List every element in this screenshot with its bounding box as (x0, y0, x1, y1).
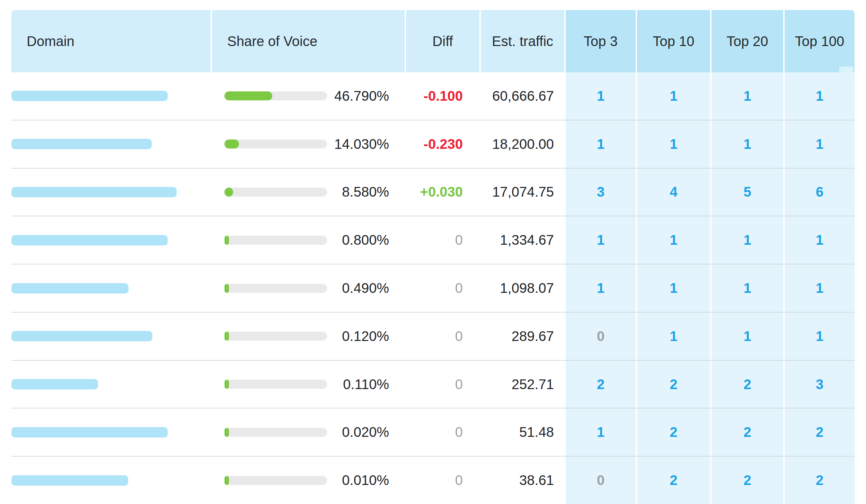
redacted-domain-placeholder[interactable] (11, 283, 129, 294)
redacted-domain-placeholder[interactable] (11, 379, 98, 389)
top3-value: 0 (597, 472, 604, 488)
top100-cell: 6 (785, 169, 855, 216)
column-header-top10[interactable]: Top 10 (637, 10, 710, 72)
top3-cell: 0 (566, 313, 636, 360)
top10-value[interactable]: 1 (670, 280, 677, 296)
top3-value[interactable]: 2 (597, 377, 604, 392)
top10-value[interactable]: 2 (670, 472, 677, 488)
top20-value[interactable]: 5 (743, 184, 751, 200)
top10-value[interactable]: 2 (670, 377, 677, 392)
diff-value: 0 (455, 472, 463, 488)
top20-value[interactable]: 1 (743, 232, 751, 248)
table-row: 8.580% +0.030 17,074.75 3 4 5 6 (11, 168, 855, 216)
top10-value[interactable]: 1 (670, 232, 677, 248)
top100-value[interactable]: 2 (816, 424, 823, 440)
est-traffic-value: 289.67 (512, 328, 554, 344)
diff-value: 0 (455, 328, 463, 344)
top20-cell: 1 (712, 120, 783, 168)
redacted-domain-placeholder[interactable] (11, 139, 152, 149)
top20-value[interactable]: 1 (743, 280, 751, 296)
page: Domain Share of Voice Diff Est. traffic … (0, 0, 866, 504)
top10-value[interactable]: 4 (670, 184, 677, 200)
redacted-domain-placeholder[interactable] (11, 475, 128, 486)
column-header-share-of-voice[interactable]: Share of Voice (212, 10, 405, 72)
share-of-voice-fill (224, 91, 272, 100)
top3-cell: 1 (566, 264, 636, 312)
top20-value[interactable]: 2 (743, 472, 751, 488)
top100-value[interactable]: 6 (816, 184, 823, 200)
top100-value[interactable]: 2 (816, 472, 823, 488)
column-header-diff[interactable]: Diff (406, 10, 479, 72)
top10-cell: 1 (637, 120, 710, 168)
diff-value: 0 (455, 232, 463, 248)
redacted-domain-placeholder[interactable] (11, 187, 177, 197)
est-traffic-cell: 18,200.00 (481, 120, 564, 168)
share-of-voice-cell: 0.020% (212, 408, 405, 456)
share-of-voice-fill (224, 428, 229, 437)
redacted-domain-placeholder[interactable] (11, 427, 168, 438)
redacted-domain-placeholder[interactable] (11, 235, 168, 245)
column-header-top100[interactable]: Top 100 (785, 10, 855, 72)
table-row: 0.110% 0 252.71 2 2 2 3 (11, 360, 855, 408)
top10-value[interactable]: 2 (670, 424, 677, 440)
est-traffic-value: 38.61 (519, 472, 554, 488)
top100-value[interactable]: 3 (816, 377, 823, 392)
top20-value[interactable]: 1 (743, 328, 751, 344)
column-header-top20[interactable]: Top 20 (712, 10, 783, 72)
top100-value[interactable]: 1 (816, 88, 823, 104)
est-traffic-value: 17,074.75 (492, 184, 554, 200)
top10-cell: 1 (637, 72, 710, 120)
top100-cell: 2 (785, 408, 855, 456)
column-header-top3[interactable]: Top 3 (566, 10, 636, 72)
top10-value[interactable]: 1 (670, 136, 677, 152)
top20-value[interactable]: 1 (743, 136, 751, 152)
top3-cell: 1 (566, 216, 636, 264)
top20-value[interactable]: 2 (743, 377, 751, 392)
share-of-voice-fill (224, 476, 229, 485)
table-row: 0.010% 0 38.61 0 2 2 2 (11, 456, 855, 504)
table-row: 14.030% -0.230 18,200.00 1 1 1 1 (11, 120, 855, 168)
top20-value[interactable]: 1 (743, 88, 751, 104)
share-of-voice-value: 46.790% (327, 88, 405, 104)
column-header-domain[interactable]: Domain (11, 10, 211, 72)
redacted-domain-placeholder[interactable] (11, 91, 168, 101)
top3-cell: 0 (566, 457, 636, 504)
share-of-voice-fill (224, 140, 239, 148)
top100-value[interactable]: 1 (816, 232, 823, 248)
top3-value[interactable]: 1 (597, 280, 604, 296)
column-header-est-traffic[interactable]: Est. traffic (481, 10, 564, 72)
top20-value[interactable]: 2 (743, 424, 751, 440)
rankings-table: Domain Share of Voice Diff Est. traffic … (11, 10, 855, 504)
top3-value[interactable]: 1 (597, 136, 604, 152)
top3-value[interactable]: 3 (597, 184, 604, 200)
top3-value[interactable]: 1 (597, 88, 604, 104)
top10-cell: 2 (637, 408, 710, 456)
table-row: 0.120% 0 289.67 0 1 1 1 (11, 312, 855, 360)
diff-value: -0.100 (424, 88, 463, 104)
share-of-voice-fill (224, 284, 229, 293)
share-of-voice-value: 0.800% (327, 232, 405, 248)
redacted-domain-placeholder[interactable] (11, 331, 152, 341)
diff-value: -0.230 (424, 136, 463, 152)
top3-value[interactable]: 1 (597, 424, 604, 440)
top100-value[interactable]: 1 (816, 328, 823, 344)
top10-cell: 1 (637, 264, 710, 312)
table-row: 0.800% 0 1,334.67 1 1 1 1 (11, 216, 855, 264)
top10-value[interactable]: 1 (670, 328, 677, 344)
top10-cell: 2 (637, 457, 710, 504)
share-of-voice-bar (224, 188, 327, 197)
top100-value[interactable]: 1 (816, 136, 823, 152)
diff-cell: 0 (406, 264, 479, 312)
share-of-voice-bar (224, 140, 327, 148)
top3-cell: 3 (566, 169, 636, 216)
horizontal-scrollbar-thumb[interactable] (839, 66, 853, 72)
top10-value[interactable]: 1 (670, 88, 677, 104)
est-traffic-value: 252.71 (512, 377, 554, 392)
top100-value[interactable]: 1 (816, 280, 823, 296)
domain-cell (11, 216, 211, 264)
share-of-voice-cell: 14.030% (212, 120, 405, 168)
domain-cell (11, 408, 211, 456)
est-traffic-cell: 51.48 (481, 408, 564, 456)
top3-value[interactable]: 1 (597, 232, 604, 248)
share-of-voice-bar (224, 428, 327, 437)
